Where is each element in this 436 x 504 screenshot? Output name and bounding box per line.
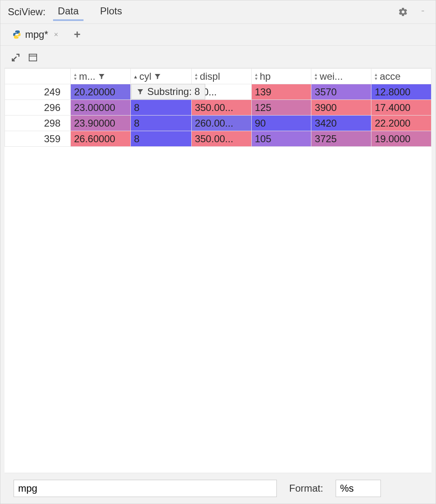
file-tab-mpg[interactable]: mpg* × <box>8 27 63 42</box>
svg-rect-0 <box>422 11 424 11</box>
row-index-cell[interactable]: 296 <box>5 100 71 116</box>
data-cell[interactable]: 90 <box>251 116 311 131</box>
data-cell[interactable]: 12.8000 <box>371 84 431 100</box>
table-row[interactable]: 35926.600008350.00...105372519.0000 <box>5 131 431 147</box>
data-cell[interactable]: 105 <box>251 131 311 147</box>
data-cell[interactable]: 23.00000 <box>71 100 131 116</box>
col-mpg[interactable]: ▴▾ m... <box>71 69 131 84</box>
tab-data[interactable]: Data <box>53 3 84 21</box>
col-acc[interactable]: ▴▾ acce <box>371 69 431 84</box>
sort-asc-icon: ▴ <box>134 73 137 80</box>
sort-icon: ▴▾ <box>375 72 377 81</box>
popup-icon[interactable] <box>10 52 21 63</box>
data-cell[interactable]: 350.00... <box>191 131 251 147</box>
filter-icon[interactable] <box>98 73 105 80</box>
row-index-cell[interactable]: 249 <box>5 84 71 100</box>
panel-title: SciView: <box>8 6 46 18</box>
table-row[interactable]: 29823.900008260.00...90342022.2000 <box>5 116 431 131</box>
data-cell[interactable]: 19.0000 <box>371 131 431 147</box>
file-tab-label: mpg* <box>25 29 48 40</box>
sort-icon: ▴▾ <box>195 72 197 81</box>
table-row[interactable]: 29623.000008350.00...125390017.4000 <box>5 100 431 116</box>
data-area: ▴▾ m... ▴ cyl ▴▾ displ <box>0 46 436 504</box>
svg-rect-1 <box>29 54 37 61</box>
data-cell[interactable]: 3725 <box>311 131 371 147</box>
view-tabs: Data Plots <box>53 3 398 21</box>
format-label: Format: <box>289 483 323 494</box>
sort-icon: ▴▾ <box>74 72 77 81</box>
format-input[interactable] <box>336 480 381 497</box>
filter-icon[interactable] <box>154 73 161 80</box>
data-cell[interactable]: 22.2000 <box>371 116 431 131</box>
data-cell[interactable]: 139 <box>251 84 311 100</box>
data-table: ▴▾ m... ▴ cyl ▴▾ displ <box>5 68 431 147</box>
file-tab-row: mpg* × + <box>0 24 436 46</box>
window-icon[interactable] <box>28 52 38 63</box>
filter-icon <box>137 88 144 95</box>
data-cell[interactable]: 26.60000 <box>71 131 131 147</box>
panel-header: SciView: Data Plots <box>0 0 436 24</box>
header-icon-group <box>398 7 428 17</box>
col-wei[interactable]: ▴▾ wei... <box>311 69 371 84</box>
close-tab-icon[interactable]: × <box>54 30 58 39</box>
expression-input[interactable] <box>14 480 277 497</box>
data-cell[interactable]: 8 <box>130 131 191 147</box>
col-displ[interactable]: ▴▾ displ <box>191 69 251 84</box>
col-hp[interactable]: ▴▾ hp <box>251 69 311 84</box>
data-cell[interactable]: 8 <box>130 100 191 116</box>
data-cell[interactable]: 8 <box>130 116 191 131</box>
header-row: ▴▾ m... ▴ cyl ▴▾ displ <box>5 69 431 84</box>
add-tab-icon[interactable]: + <box>74 28 81 41</box>
col-index[interactable] <box>5 69 71 84</box>
filter-tooltip: Substring: 8 <box>131 84 205 99</box>
data-cell[interactable]: 260.00... <box>191 116 251 131</box>
data-cell[interactable]: 23.90000 <box>71 116 131 131</box>
col-hp-label: hp <box>260 71 271 82</box>
sort-icon: ▴▾ <box>255 72 257 81</box>
data-cell[interactable]: 125 <box>251 100 311 116</box>
col-displ-label: displ <box>200 71 220 82</box>
sciview-panel: SciView: Data Plots mpg* × + <box>0 0 436 504</box>
col-cyl-label: cyl <box>139 71 151 82</box>
tooltip-text: Substring: 8 <box>147 86 200 97</box>
data-table-area: ▴▾ m... ▴ cyl ▴▾ displ <box>5 68 431 473</box>
gear-icon[interactable] <box>398 7 408 17</box>
col-acc-label: acce <box>380 71 401 82</box>
data-toolbar <box>5 51 431 68</box>
row-index-cell[interactable]: 359 <box>5 131 71 147</box>
data-cell[interactable]: 17.4000 <box>371 100 431 116</box>
data-cell[interactable]: 20.20000 <box>71 84 131 100</box>
col-cyl[interactable]: ▴ cyl <box>130 69 191 84</box>
bottom-bar: Format: <box>5 473 431 504</box>
data-cell[interactable]: 3420 <box>311 116 371 131</box>
col-mpg-label: m... <box>79 71 95 82</box>
data-cell[interactable]: 3900 <box>311 100 371 116</box>
table-row[interactable]: 24920.200008.00...139357012.8000 <box>5 84 431 100</box>
row-index-cell[interactable]: 298 <box>5 116 71 131</box>
sort-icon: ▴▾ <box>315 72 317 81</box>
tab-plots[interactable]: Plots <box>95 3 127 21</box>
data-cell[interactable]: 350.00... <box>191 100 251 116</box>
data-cell[interactable]: 3570 <box>311 84 371 100</box>
python-icon <box>12 30 22 39</box>
col-wei-label: wei... <box>320 71 343 82</box>
minimize-icon[interactable] <box>417 7 428 17</box>
